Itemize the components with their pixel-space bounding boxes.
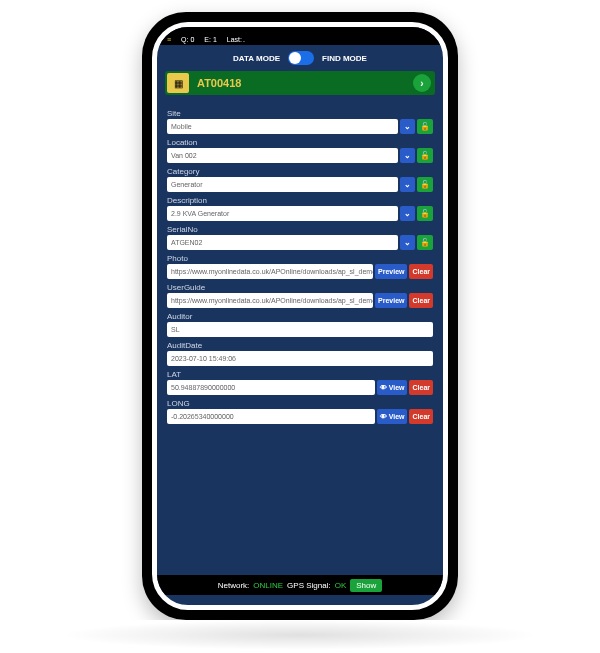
unlock-icon: 🔓 [420, 180, 430, 189]
location-unlock[interactable]: 🔓 [417, 148, 433, 163]
serialno-dropdown[interactable]: ⌄ [400, 235, 415, 250]
serialno-unlock[interactable]: 🔓 [417, 235, 433, 250]
category-input[interactable]: Generator [167, 177, 398, 192]
location-input[interactable]: Van 002 [167, 148, 398, 163]
long-input[interactable]: -0.20265340000000 [167, 409, 375, 424]
field-description: Description 2.9 KVA Generator ⌄ 🔓 [167, 196, 433, 221]
long-clear-button[interactable]: Clear [409, 409, 433, 424]
find-mode-label: FIND MODE [322, 54, 367, 63]
network-value: ONLINE [253, 581, 283, 590]
field-long: LONG -0.20265340000000 View Clear [167, 399, 433, 424]
photo-input[interactable]: https://www.myonlinedata.co.uk/APOnline/… [167, 264, 373, 279]
network-label: Network: [218, 581, 250, 590]
show-button[interactable]: Show [350, 579, 382, 592]
category-label: Category [167, 167, 433, 176]
queue-count: Q: 0 [181, 36, 194, 43]
chevron-down-icon: ⌄ [404, 180, 411, 189]
field-location: Location Van 002 ⌄ 🔓 [167, 138, 433, 163]
chevron-down-icon: ⌄ [404, 238, 411, 247]
auditor-label: Auditor [167, 312, 433, 321]
phone-notch [240, 27, 360, 45]
photo-preview-button[interactable]: Preview [375, 264, 407, 279]
description-input[interactable]: 2.9 KVA Generator [167, 206, 398, 221]
asset-id[interactable]: AT00418 [197, 77, 407, 89]
field-userguide: UserGuide https://www.myonlinedata.co.uk… [167, 283, 433, 308]
footer-bar: Network: ONLINE GPS Signal: OK Show [157, 575, 443, 595]
long-view-button[interactable]: View [377, 409, 408, 424]
site-unlock[interactable]: 🔓 [417, 119, 433, 134]
error-count: E: 1 [204, 36, 216, 43]
mode-toggle-bar: DATA MODE FIND MODE [157, 45, 443, 71]
chevron-down-icon: ⌄ [404, 122, 411, 131]
category-dropdown[interactable]: ⌄ [400, 177, 415, 192]
phone-frame: ≡ Q: 0 E: 1 Last: AT00418 DATA MODE FIND… [142, 12, 458, 620]
unlock-icon: 🔓 [420, 238, 430, 247]
description-dropdown[interactable]: ⌄ [400, 206, 415, 221]
long-label: LONG [167, 399, 433, 408]
site-label: Site [167, 109, 433, 118]
auditor-input[interactable]: SL [167, 322, 433, 337]
location-label: Location [167, 138, 433, 147]
mode-toggle[interactable] [288, 51, 314, 65]
userguide-preview-button[interactable]: Preview [375, 293, 407, 308]
field-auditdate: AuditDate 2023-07-10 15:49:06 [167, 341, 433, 366]
field-lat: LAT 50.94887890000000 View Clear [167, 370, 433, 395]
field-category: Category Generator ⌄ 🔓 [167, 167, 433, 192]
go-button[interactable]: › [413, 74, 431, 92]
data-mode-label: DATA MODE [233, 54, 280, 63]
serialno-label: SerialNo [167, 225, 433, 234]
lat-clear-button[interactable]: Clear [409, 380, 433, 395]
chevron-down-icon: ⌄ [404, 151, 411, 160]
auditdate-label: AuditDate [167, 341, 433, 350]
menu-icon[interactable]: ≡ [167, 36, 171, 43]
description-unlock[interactable]: 🔓 [417, 206, 433, 221]
description-label: Description [167, 196, 433, 205]
unlock-icon: 🔓 [420, 122, 430, 131]
userguide-label: UserGuide [167, 283, 433, 292]
asset-id-bar: ▦ AT00418 › [165, 71, 435, 95]
location-dropdown[interactable]: ⌄ [400, 148, 415, 163]
field-site: Site Mobile ⌄ 🔓 [167, 109, 433, 134]
qr-icon[interactable]: ▦ [167, 73, 189, 93]
auditdate-input[interactable]: 2023-07-10 15:49:06 [167, 351, 433, 366]
lat-view-button[interactable]: View [377, 380, 408, 395]
form-area: Site Mobile ⌄ 🔓 Location Van 002 ⌄ 🔓 Cat… [157, 95, 443, 432]
site-dropdown[interactable]: ⌄ [400, 119, 415, 134]
lat-input[interactable]: 50.94887890000000 [167, 380, 375, 395]
category-unlock[interactable]: 🔓 [417, 177, 433, 192]
unlock-icon: 🔓 [420, 151, 430, 160]
lat-label: LAT [167, 370, 433, 379]
gps-value: OK [335, 581, 347, 590]
unlock-icon: 🔓 [420, 209, 430, 218]
field-photo: Photo https://www.myonlinedata.co.uk/APO… [167, 254, 433, 279]
app-screen: ≡ Q: 0 E: 1 Last: AT00418 DATA MODE FIND… [152, 22, 448, 610]
serialno-input[interactable]: ATGEN02 [167, 235, 398, 250]
field-auditor: Auditor SL [167, 312, 433, 337]
site-input[interactable]: Mobile [167, 119, 398, 134]
field-serialno: SerialNo ATGEN02 ⌄ 🔓 [167, 225, 433, 250]
userguide-clear-button[interactable]: Clear [409, 293, 433, 308]
chevron-down-icon: ⌄ [404, 209, 411, 218]
gps-label: GPS Signal: [287, 581, 331, 590]
userguide-input[interactable]: https://www.myonlinedata.co.uk/APOnline/… [167, 293, 373, 308]
photo-label: Photo [167, 254, 433, 263]
photo-clear-button[interactable]: Clear [409, 264, 433, 279]
